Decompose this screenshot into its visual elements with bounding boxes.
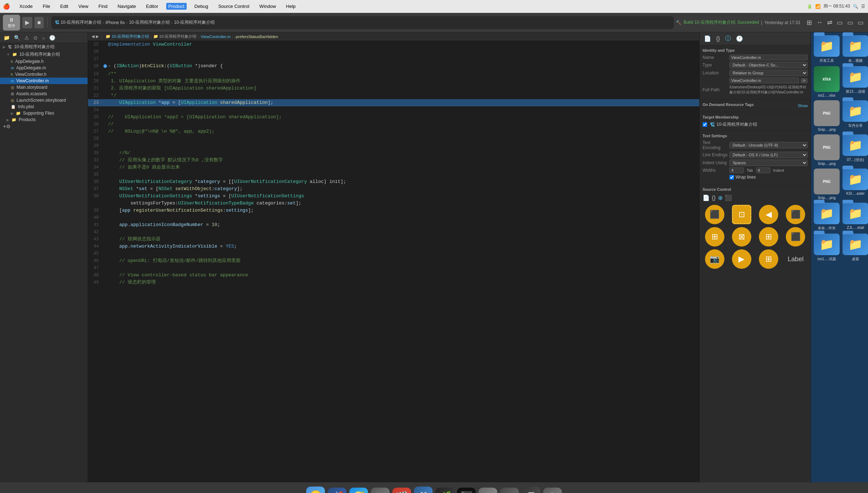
- sidebar-settings-button[interactable]: ⚙: [6, 124, 11, 129]
- sidebar-item-project-root[interactable]: ▶ 🏗 10-应用程序对象介绍: [0, 43, 88, 51]
- breadcrumb-project[interactable]: 10-应用程序对象介绍: [129, 19, 169, 26]
- sc-icon-6[interactable]: ⊠: [732, 227, 751, 247]
- desktop-item-unnamed[interactable]: 📁 未命…件夹: [814, 203, 840, 231]
- desktop-item-xlsx[interactable]: xlsx ios1….xlsx: [814, 66, 840, 97]
- breadcrumb-file[interactable]: ViewController.m: [201, 34, 230, 39]
- show-link[interactable]: Show: [798, 103, 808, 108]
- sc-icon-camera[interactable]: 📷: [705, 249, 724, 269]
- desktop-item-zjl[interactable]: 📁 ZJL….etail: [843, 203, 868, 231]
- sc-icon-1[interactable]: ⬛: [705, 205, 724, 224]
- desktop-item-ksi[interactable]: 📁 KSI….aster: [843, 169, 868, 200]
- editor-nav-fwd[interactable]: ▶: [96, 34, 99, 39]
- sc-icon-8[interactable]: ⬛: [786, 227, 805, 247]
- dock-terminal[interactable]: ⬛: [457, 488, 476, 493]
- sc-icon-4[interactable]: ⬛: [786, 205, 805, 224]
- wrap-lines-checkbox[interactable]: [729, 175, 734, 180]
- dock-xcode[interactable]: ⚒: [414, 487, 433, 493]
- sidebar-item-project-folder[interactable]: ▼ 📁 10-应用程序对象介绍: [0, 51, 88, 58]
- sidebar-item-infoplist[interactable]: 📋 Info.plist: [0, 103, 88, 110]
- breadcrumb-item-1[interactable]: 📁 10-应用程序对象介绍: [153, 34, 197, 39]
- desktop-item-07[interactable]: 📁 07…(优化): [843, 134, 868, 166]
- sc-icon-5[interactable]: ⊞: [705, 227, 724, 247]
- name-input[interactable]: [729, 55, 808, 60]
- type-select[interactable]: Default - Objective-C So...: [729, 62, 808, 68]
- search-icon[interactable]: 🔍: [853, 4, 858, 9]
- panel-clock-btn[interactable]: 🕐: [734, 34, 745, 43]
- sidebar-warning-btn[interactable]: ⚠: [23, 34, 31, 41]
- menu-icon[interactable]: ☰: [861, 4, 865, 9]
- sidebar-item-viewcontroller-m[interactable]: m ViewController.m: [0, 78, 88, 84]
- dock-settings[interactable]: ⚙: [479, 488, 497, 493]
- sc-file-btn[interactable]: 📄: [703, 194, 710, 201]
- sidebar-test-btn[interactable]: ⊙: [32, 34, 39, 41]
- indent-using-select[interactable]: Spaces: [729, 160, 808, 166]
- target-checkbox[interactable]: [703, 122, 707, 127]
- view-panel-2[interactable]: ▭: [846, 18, 855, 27]
- dock-looks[interactable]: 👁: [500, 488, 519, 493]
- location-select[interactable]: Relative to Group: [729, 70, 808, 76]
- sidebar-item-main-storyboard[interactable]: ◎ Main.storyboard: [0, 84, 88, 91]
- sidebar-item-launchscreen[interactable]: ◎ LaunchScreen.storyboard: [0, 97, 88, 103]
- dock-trash[interactable]: 🗑: [543, 488, 562, 493]
- reveal-path-btn[interactable]: ⟳: [801, 78, 808, 83]
- tab-width-input[interactable]: [729, 167, 744, 173]
- run-button[interactable]: ▶: [22, 17, 32, 28]
- dock-screen[interactable]: 🖥: [522, 487, 540, 493]
- sidebar-debug-btn[interactable]: ⬦: [41, 34, 46, 41]
- menu-source-control[interactable]: Source Control: [216, 3, 252, 10]
- view-panel-3[interactable]: ▭: [856, 18, 865, 27]
- stop-button[interactable]: ■: [34, 17, 44, 28]
- line-code-15[interactable]: @implementation ViewController: [108, 41, 699, 48]
- sc-icon-2[interactable]: ⊡: [732, 205, 751, 224]
- encoding-select[interactable]: Default - Unicode (UTF-8): [729, 142, 808, 148]
- breadcrumb-app-name[interactable]: 10-应用程序对象介绍: [61, 19, 101, 26]
- menu-product[interactable]: Product: [166, 3, 187, 10]
- pause-button[interactable]: ⏸ 暂停: [3, 15, 20, 31]
- menu-xcode[interactable]: Xcode: [17, 3, 35, 10]
- desktop-item-snip1[interactable]: PNG Snip….png: [814, 100, 840, 132]
- apple-menu[interactable]: 🍎: [3, 3, 10, 10]
- desktop-item-chedan[interactable]: 📁 车丹分享: [843, 100, 868, 132]
- panel-brace-btn[interactable]: {}: [715, 35, 722, 43]
- view-toggle-3[interactable]: ⇌: [826, 18, 834, 27]
- sc-icon-7[interactable]: ⊞: [759, 227, 778, 247]
- sidebar-item-supporting-files[interactable]: ▶ 📁 Supporting Files: [0, 110, 88, 116]
- editor-content[interactable]: 15 @implementation ViewController 16 17 …: [88, 41, 699, 482]
- add-file-button[interactable]: +: [3, 123, 6, 130]
- breadcrumb-item-0[interactable]: 📁 10-应用程序对象介绍: [106, 34, 149, 39]
- sidebar-item-appdelegate-h[interactable]: h AppDelegate.h: [0, 58, 88, 65]
- indent-width-input[interactable]: [756, 167, 770, 173]
- breadcrumb-project2[interactable]: 10-应用程序对象介绍: [174, 19, 215, 26]
- sidebar-item-viewcontroller-h[interactable]: h ViewController.h: [0, 71, 88, 78]
- menu-view[interactable]: View: [76, 3, 90, 10]
- panel-info-btn[interactable]: ⓘ: [724, 34, 732, 43]
- line-endings-select[interactable]: Default - OS X / Unix (LF): [729, 152, 808, 158]
- desktop-item-video[interactable]: 📁 未…视频: [843, 35, 868, 63]
- menu-find[interactable]: Find: [96, 3, 109, 10]
- sidebar-item-assets[interactable]: ⊞ Assets.xcassets: [0, 91, 88, 97]
- sidebar-history-btn[interactable]: 🕐: [48, 34, 57, 41]
- dock-screenflow[interactable]: 🎬: [392, 488, 411, 493]
- editor-nav-back[interactable]: ◀: [92, 34, 94, 39]
- breadcrumb-symbol[interactable]: -prefersStatusBarHidden: [235, 34, 278, 39]
- desktop-item-devtools[interactable]: 📁 开发工具: [814, 35, 840, 63]
- menu-debug[interactable]: Debug: [192, 3, 210, 10]
- sc-icon-11[interactable]: ⊞: [759, 249, 778, 269]
- sc-brace-btn[interactable]: {}: [712, 195, 716, 201]
- menu-navigate[interactable]: Navigate: [115, 3, 138, 10]
- view-toggle-1[interactable]: ⊞: [805, 18, 813, 27]
- dock-mouse[interactable]: 🖱: [371, 488, 389, 493]
- menu-editor[interactable]: Editor: [144, 3, 160, 10]
- dock-finder[interactable]: 😊: [306, 487, 325, 493]
- path-input[interactable]: [729, 78, 799, 83]
- view-toggle-2[interactable]: ↔: [815, 18, 824, 27]
- view-panel-1[interactable]: ▭: [835, 18, 844, 27]
- menu-help[interactable]: Help: [284, 3, 298, 10]
- sidebar-item-appdelegate-m[interactable]: m AppDelegate.m: [0, 65, 88, 71]
- desktop-item-snip2[interactable]: PNG Snip….png: [814, 134, 840, 166]
- sc-info-btn[interactable]: ⊕: [718, 194, 723, 201]
- dock-safari[interactable]: 🧭: [349, 488, 368, 493]
- dock-launchpad[interactable]: 🚀: [328, 488, 346, 493]
- panel-file-btn[interactable]: 📄: [703, 34, 713, 43]
- sc-time-btn[interactable]: ⬛: [725, 194, 732, 201]
